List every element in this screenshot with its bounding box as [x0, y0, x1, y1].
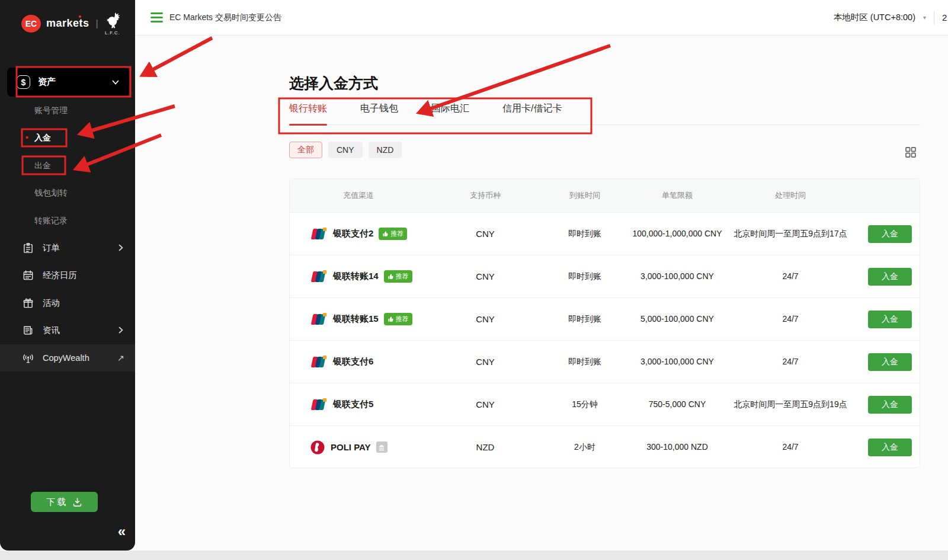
sidebar-item-economic-calendar[interactable]: 经济日历 — [0, 261, 135, 289]
chevron-down-icon — [111, 78, 120, 87]
announcement-text[interactable]: EC Markets 交易时间变更公告 — [169, 12, 281, 23]
limit-cell: 750-5,000 CNY — [626, 398, 728, 411]
main-content: 选择入金方式 银行转账 电子钱包 国际电汇 信用卡/借记卡 全部 CNY NZD… — [135, 36, 948, 551]
unionpay-logo-icon — [310, 313, 328, 326]
bottom-scroll-strip — [0, 551, 948, 560]
deposit-button[interactable]: 入金 — [868, 311, 912, 328]
channel-name: 银联支付2 — [333, 228, 373, 239]
arrival-cell: 即时到账 — [543, 314, 626, 325]
active-bullet-icon: • — [25, 124, 28, 151]
limit-cell: 100,000-1,000,000 CNY — [626, 228, 728, 240]
sidebar-item-copywealth[interactable]: CopyWealth ↗ — [0, 344, 135, 372]
chevron-right-icon — [117, 327, 124, 334]
arrival-cell: 即时到账 — [543, 357, 626, 367]
clock-text: 2 — [942, 12, 948, 23]
sidebar: EC markets | L.F.C. $ 资产 账号管理 •入金 出金 钱包划… — [0, 0, 135, 551]
app-window: EC markets | L.F.C. $ 资产 账号管理 •入金 出金 钱包划… — [0, 0, 948, 560]
deposit-button[interactable]: 入金 — [868, 396, 912, 414]
arrival-cell: 即时到账 — [543, 271, 626, 282]
sidebar-item-withdraw[interactable]: 出金 — [34, 152, 51, 179]
recommend-badge: 推荐 — [384, 270, 412, 283]
sidebar-item-assets[interactable]: $ 资产 — [7, 68, 129, 97]
channel-cell: 银联支付2 推荐 — [290, 228, 427, 241]
timezone-selector[interactable]: 本地时区 (UTC+8:00) — [834, 12, 915, 23]
currency-cell: CNY — [427, 271, 543, 281]
sidebar-item-news[interactable]: 资讯 — [0, 316, 135, 344]
tab-e-wallet[interactable]: 电子钱包 — [360, 103, 398, 124]
processing-cell: 北京时间周一至周五9点到19点 — [728, 398, 853, 411]
deposit-method-tabs: 银行转账 电子钱包 国际电汇 信用卡/借记卡 — [289, 103, 920, 125]
chevron-right-icon — [117, 244, 124, 251]
filter-all[interactable]: 全部 — [289, 142, 322, 158]
arrival-cell: 15分钟 — [543, 399, 626, 410]
table-row: 银联支付2 推荐 CNY 即时到账 100,000-1,000,000 CNY … — [290, 212, 920, 255]
brand-dot — [79, 15, 81, 18]
unionpay-logo-icon — [310, 398, 328, 411]
unionpay-logo-icon — [310, 228, 328, 241]
sidebar-item-activity[interactable]: 活动 — [0, 289, 135, 316]
channel-name: 银联转账14 — [333, 271, 379, 282]
channel-cell: POLI PAY — [290, 440, 427, 455]
download-label: 下载 — [47, 497, 68, 508]
unionpay-logo-icon — [310, 356, 328, 369]
sidebar-item-transfer-records[interactable]: 转账记录 — [34, 207, 68, 234]
deposit-button[interactable]: 入金 — [868, 353, 912, 371]
sidebar-item-account-management[interactable]: 账号管理 — [34, 97, 68, 124]
announcement-icon — [150, 12, 163, 23]
sidebar-item-orders[interactable]: 订单 — [0, 234, 135, 261]
dollar-icon: $ — [17, 75, 30, 89]
news-icon — [21, 324, 34, 337]
deposit-button[interactable]: 入金 — [868, 439, 912, 456]
thumbs-up-icon — [387, 273, 394, 280]
channel-cell: 银联支付6 — [290, 356, 427, 369]
limit-cell: 300-10,000 NZD — [626, 441, 728, 453]
page-title: 选择入金方式 — [289, 73, 378, 93]
news-label: 资讯 — [43, 325, 60, 336]
bank-icon — [376, 441, 387, 453]
processing-cell: 24/7 — [728, 356, 853, 368]
thumbs-up-icon — [382, 231, 389, 237]
col-header-currency: 支持币种 — [427, 190, 543, 201]
assets-label: 资产 — [38, 76, 56, 88]
brand-area: EC markets | L.F.C. — [0, 0, 135, 36]
deposit-channels-table: 充值渠道 支持币种 到账时间 单笔限额 处理时间 银联支付2 推荐 CNY 即时… — [289, 178, 920, 468]
sidebar-item-deposit[interactable]: •入金 — [34, 124, 51, 151]
col-header-channel: 充值渠道 — [290, 190, 427, 201]
table-row: 银联转账15 推荐 CNY 即时到账 5,000-100,000 CNY 24/… — [290, 297, 920, 340]
currency-cell: CNY — [427, 229, 543, 239]
copywealth-label: CopyWealth — [43, 353, 89, 363]
deposit-button[interactable]: 入金 — [868, 268, 912, 286]
recommend-badge: 推荐 — [384, 313, 412, 325]
table-header-row: 充值渠道 支持币种 到账时间 单笔限额 处理时间 — [290, 179, 920, 212]
currency-cell: CNY — [427, 357, 543, 367]
topbar-right: 本地时区 (UTC+8:00) ▾ 2 — [834, 11, 948, 24]
deposit-button[interactable]: 入金 — [868, 225, 912, 243]
grid-view-icon[interactable] — [904, 146, 917, 161]
gift-icon — [21, 296, 34, 309]
clipboard-icon — [21, 241, 34, 254]
channel-cell: 银联支付5 — [290, 398, 427, 411]
table-row: 银联转账14 推荐 CNY 即时到账 3,000-100,000 CNY 24/… — [290, 255, 920, 297]
limit-cell: 5,000-100,000 CNY — [626, 313, 728, 325]
thumbs-up-icon — [387, 316, 394, 322]
tab-credit-debit-card[interactable]: 信用卡/借记卡 — [502, 103, 562, 124]
processing-cell: 24/7 — [728, 270, 853, 283]
orders-label: 订单 — [43, 242, 60, 254]
lfc-logo: L.F.C. — [105, 12, 120, 36]
sidebar-item-wallet-transfer[interactable]: 钱包划转 — [34, 179, 68, 206]
currency-cell: CNY — [427, 399, 543, 409]
col-header-processing: 处理时间 — [728, 190, 853, 201]
activity-label: 活动 — [43, 297, 60, 309]
filter-nzd[interactable]: NZD — [369, 142, 402, 158]
topbar: EC Markets 交易时间变更公告 本地时区 (UTC+8:00) ▾ 2 — [135, 0, 948, 36]
tab-international-wire[interactable]: 国际电汇 — [431, 103, 469, 124]
recommend-badge: 推荐 — [379, 228, 407, 240]
download-button[interactable]: 下载 — [31, 492, 98, 512]
table-row: 银联支付6 CNY 即时到账 3,000-100,000 CNY 24/7 入金 — [290, 340, 920, 383]
liver-bird-icon — [105, 12, 120, 30]
calendar-icon — [21, 268, 34, 281]
filter-cny[interactable]: CNY — [328, 142, 363, 158]
sidebar-collapse-button[interactable]: « — [118, 523, 126, 540]
tab-bank-transfer[interactable]: 银行转账 — [289, 103, 327, 124]
currency-filters: 全部 CNY NZD — [289, 142, 402, 158]
